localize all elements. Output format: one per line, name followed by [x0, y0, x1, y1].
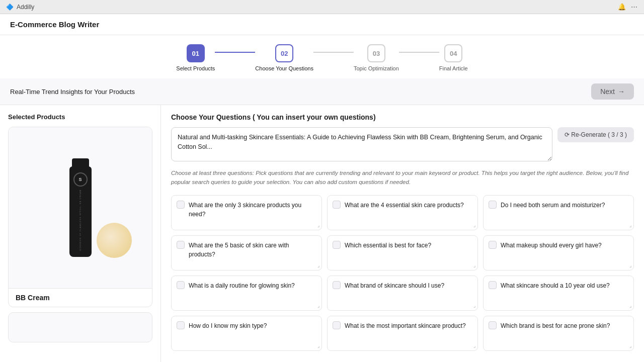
question-card-3: Do I need both serum and moisturizer? ⌟: [483, 195, 634, 230]
toolbar-title: Real-Time Trend Insights for Your Produc…: [10, 88, 135, 96]
step-connector-3-4: [399, 52, 439, 53]
question-card-11: What is the most important skincare prod…: [327, 316, 478, 351]
product-card: S GODDESS OF FLAWLESS SPF50+ BB CREAM BB…: [8, 127, 152, 307]
question-top-7: What is a daily routine for glowing skin…: [177, 281, 316, 290]
next-label: Next: [600, 87, 615, 96]
regen-button[interactable]: ⟳ Re-Generate ( 3 / 3 ): [557, 127, 634, 142]
question-text-7: What is a daily routine for glowing skin…: [189, 281, 316, 290]
step-circle-2: 02: [275, 44, 293, 62]
question-top-10: How do I know my skin type?: [177, 321, 316, 330]
resize-handle-1[interactable]: ⌟: [317, 223, 319, 228]
titlebar-left: 🔷 Addilly: [6, 4, 34, 11]
question-card-9: What skincare should a 10 year old use? …: [483, 276, 634, 311]
bottle-body-text: GODDESS OF FLAWLESS SPF50+ BB CREAM: [79, 190, 82, 251]
question-card-12: Which brand is best for acne prone skin?…: [483, 316, 634, 351]
resize-handle-11[interactable]: ⌟: [473, 343, 475, 348]
resize-handle-3[interactable]: ⌟: [629, 223, 631, 228]
topic-input[interactable]: [171, 127, 552, 161]
main-content: Selected Products S GODDESS OF FLAWLESS …: [0, 105, 644, 362]
question-checkbox-12[interactable]: [489, 321, 497, 329]
question-top-1: What are the only 3 skincare products yo…: [177, 201, 316, 219]
resize-handle-4[interactable]: ⌟: [317, 263, 319, 268]
question-card-6: What makeup should every girl have? ⌟: [483, 235, 634, 270]
notification-icon[interactable]: 🔔: [618, 3, 626, 11]
topic-row: ⟳ Re-Generate ( 3 / 3 ): [171, 127, 634, 161]
question-text-4: What are the 5 basic of skin care with p…: [189, 241, 316, 259]
question-top-8: What brand of skincare should I use?: [333, 281, 472, 290]
question-card-1: What are the only 3 skincare products yo…: [171, 195, 322, 230]
resize-handle-5[interactable]: ⌟: [473, 263, 475, 268]
resize-handle-8[interactable]: ⌟: [473, 303, 475, 308]
titlebar-right: 🔔 ⋯: [618, 3, 638, 11]
resize-handle-9[interactable]: ⌟: [629, 303, 631, 308]
resize-handle-7[interactable]: ⌟: [317, 303, 319, 308]
step-connector-1-2: [215, 52, 255, 53]
next-button[interactable]: Next →: [591, 83, 634, 100]
app-header: E-Commerce Blog Writer: [0, 14, 644, 35]
question-card-2: What are the 4 essential skin care produ…: [327, 195, 478, 230]
resize-handle-10[interactable]: ⌟: [317, 343, 319, 348]
question-card-5: Which essential is best for face? ⌟: [327, 235, 478, 270]
step-circle-1: 01: [187, 44, 205, 62]
step-4: 04 Final Article: [439, 44, 468, 71]
question-text-12: Which brand is best for acne prone skin?: [501, 321, 628, 330]
question-checkbox-8[interactable]: [333, 281, 341, 289]
question-card-10: How do I know my skin type? ⌟: [171, 316, 322, 351]
product-name: BB Cream: [9, 288, 152, 307]
step-circle-3: 03: [367, 44, 385, 62]
app-title: E-Commerce Blog Writer: [10, 20, 634, 29]
question-top-5: Which essential is best for face?: [333, 241, 472, 250]
resize-handle-2[interactable]: ⌟: [473, 223, 475, 228]
resize-handle-6[interactable]: ⌟: [629, 263, 631, 268]
question-checkbox-9[interactable]: [489, 281, 497, 289]
next-arrow-icon: →: [618, 87, 625, 96]
question-top-3: Do I need both serum and moisturizer?: [489, 201, 628, 210]
titlebar: 🔷 Addilly 🔔 ⋯: [0, 0, 644, 14]
regen-label: ⟳ Re-Generate ( 3 / 3 ): [565, 131, 627, 138]
question-checkbox-6[interactable]: [489, 241, 497, 249]
question-card-4: What are the 5 basic of skin care with p…: [171, 235, 322, 270]
question-checkbox-2[interactable]: [333, 201, 341, 209]
question-checkbox-5[interactable]: [333, 241, 341, 249]
bottle-body: S GODDESS OF FLAWLESS SPF50+ BB CREAM: [69, 166, 92, 257]
question-top-2: What are the 4 essential skin care produ…: [333, 201, 472, 210]
question-text-6: What makeup should every girl have?: [501, 241, 628, 250]
resize-handle-12[interactable]: ⌟: [629, 343, 631, 348]
question-card-8: What brand of skincare should I use? ⌟: [327, 276, 478, 311]
more-icon[interactable]: ⋯: [630, 3, 638, 11]
question-checkbox-3[interactable]: [489, 201, 497, 209]
step-circle-4: 04: [444, 44, 462, 62]
question-text-5: Which essential is best for face?: [345, 241, 472, 250]
question-text-3: Do I need both serum and moisturizer?: [501, 201, 628, 210]
question-checkbox-11[interactable]: [333, 321, 341, 329]
app-name: Addilly: [17, 4, 34, 11]
question-text-1: What are the only 3 skincare products yo…: [189, 201, 316, 219]
question-top-11: What is the most important skincare prod…: [333, 321, 472, 330]
powder-puff-decoration: [97, 223, 132, 258]
product-card-2: [8, 312, 152, 342]
question-text-9: What skincare should a 10 year old use?: [501, 281, 628, 290]
right-panel: Choose Your Questions ( You can insert y…: [161, 105, 644, 362]
step-1: 01 Select Products: [176, 44, 215, 71]
choose-questions-title: Choose Your Questions ( You can insert y…: [171, 113, 634, 121]
selected-products-title: Selected Products: [8, 113, 152, 121]
question-top-9: What skincare should a 10 year old use?: [489, 281, 628, 290]
app: E-Commerce Blog Writer 01 Select Product…: [0, 14, 644, 362]
question-checkbox-7[interactable]: [177, 281, 185, 289]
instruction-text: Choose at least three questions: Pick qu…: [171, 168, 634, 187]
step-2: 02 Choose Your Questions: [255, 44, 313, 71]
question-text-11: What is the most important skincare prod…: [345, 321, 472, 330]
step-3: 03 Topic Optimization: [354, 44, 399, 71]
step-label-3: Topic Optimization: [354, 65, 399, 71]
question-text-8: What brand of skincare should I use?: [345, 281, 472, 290]
question-checkbox-10[interactable]: [177, 321, 185, 329]
question-checkbox-1[interactable]: [177, 201, 185, 209]
question-checkbox-4[interactable]: [177, 241, 185, 249]
app-logo-icon: 🔷: [6, 4, 14, 11]
step-label-1: Select Products: [176, 65, 215, 71]
left-panel: Selected Products S GODDESS OF FLAWLESS …: [0, 105, 161, 362]
question-card-7: What is a daily routine for glowing skin…: [171, 276, 322, 311]
toolbar: Real-Time Trend Insights for Your Produc…: [0, 78, 644, 105]
question-top-4: What are the 5 basic of skin care with p…: [177, 241, 316, 259]
questions-grid: What are the only 3 skincare products yo…: [171, 195, 634, 351]
